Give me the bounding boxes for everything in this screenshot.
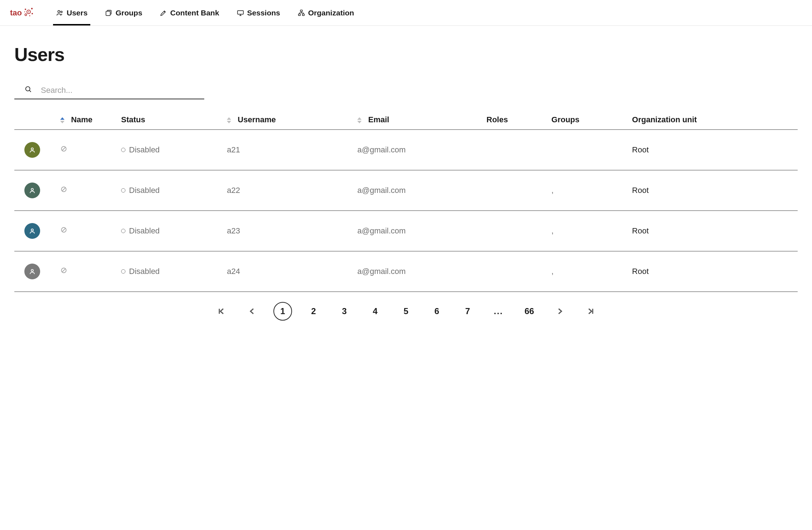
page-number-7[interactable]: 7 xyxy=(458,302,477,321)
monitor-icon xyxy=(237,9,244,17)
cell-email: a@gmail.com xyxy=(354,170,483,211)
cell-groups: , xyxy=(549,170,629,211)
groups-icon xyxy=(105,9,113,17)
avatar xyxy=(24,142,40,158)
status-label: Disabled xyxy=(129,186,160,195)
sort-icon xyxy=(227,117,231,123)
status-indicator-icon xyxy=(121,148,125,152)
svg-point-8 xyxy=(58,10,60,13)
cell-org: Root xyxy=(629,130,798,170)
cell-username: a21 xyxy=(224,130,354,170)
disabled-icon xyxy=(60,226,67,233)
disabled-icon xyxy=(60,186,67,193)
table-header-row: Name Status Username Email Roles xyxy=(14,109,798,130)
nav-groups[interactable]: Groups xyxy=(102,0,145,25)
svg-point-15 xyxy=(26,87,30,91)
nav-sessions[interactable]: Sessions xyxy=(234,0,283,25)
status-cell: Disabled xyxy=(121,145,221,155)
page-number-3[interactable]: 3 xyxy=(335,302,354,321)
nav-label: Organization xyxy=(308,9,354,17)
pagination: 1234567 ... 66 xyxy=(0,292,812,327)
page-last-number[interactable]: 66 xyxy=(520,302,539,321)
col-org: Organization unit xyxy=(629,109,798,130)
nav-content-bank[interactable]: Content Bank xyxy=(157,0,222,25)
app-logo: tao xyxy=(10,6,46,20)
table-row[interactable]: Disableda21a@gmail.comRoot xyxy=(14,130,798,170)
users-icon xyxy=(56,9,64,17)
col-label: Email xyxy=(368,115,389,124)
page-number-2[interactable]: 2 xyxy=(304,302,323,321)
page-number-1[interactable]: 1 xyxy=(273,302,292,321)
svg-point-6 xyxy=(29,15,30,16)
top-nav: tao Users Groups xyxy=(0,0,812,26)
page-next-button[interactable] xyxy=(551,302,569,321)
cell-org: Root xyxy=(629,211,798,251)
col-groups: Groups xyxy=(549,109,629,130)
search-input[interactable] xyxy=(41,86,203,95)
svg-rect-14 xyxy=(302,14,305,15)
svg-point-1 xyxy=(28,11,29,12)
pencil-icon xyxy=(159,9,167,17)
page-ellipsis: ... xyxy=(489,302,508,321)
table-row[interactable]: Disableda22a@gmail.com,Root xyxy=(14,170,798,211)
svg-point-18 xyxy=(31,188,33,190)
page-number-6[interactable]: 6 xyxy=(428,302,446,321)
avatar xyxy=(24,264,40,279)
page-prev-button[interactable] xyxy=(243,302,261,321)
nav-organization[interactable]: Organization xyxy=(295,0,357,25)
col-email[interactable]: Email xyxy=(354,109,483,130)
svg-point-16 xyxy=(31,148,33,150)
org-tree-icon xyxy=(297,9,305,17)
svg-point-2 xyxy=(25,9,26,10)
disabled-icon xyxy=(60,145,67,152)
page-title: Users xyxy=(14,44,798,65)
page-number-5[interactable]: 5 xyxy=(397,302,415,321)
cell-roles xyxy=(484,211,549,251)
page-last-button[interactable] xyxy=(582,302,600,321)
status-cell: Disabled xyxy=(121,267,221,276)
cell-username: a22 xyxy=(224,170,354,211)
table-row[interactable]: Disableda23a@gmail.com,Root xyxy=(14,211,798,251)
col-roles: Roles xyxy=(484,109,549,130)
table-row[interactable]: Disableda24a@gmail.com,Root xyxy=(14,251,798,292)
col-label: Organization unit xyxy=(632,115,697,124)
svg-rect-13 xyxy=(298,14,301,15)
status-indicator-icon xyxy=(121,269,125,274)
nav-tabs: Users Groups Content Bank Sessions Organ… xyxy=(53,0,357,25)
svg-point-22 xyxy=(31,269,33,271)
svg-point-20 xyxy=(31,229,33,231)
cell-email: a@gmail.com xyxy=(354,130,483,170)
svg-rect-12 xyxy=(300,10,302,11)
status-label: Disabled xyxy=(129,267,160,276)
search-icon xyxy=(24,85,32,95)
app-logo-text: tao xyxy=(10,8,22,18)
disabled-icon xyxy=(60,267,67,274)
svg-point-4 xyxy=(32,13,33,14)
svg-point-3 xyxy=(31,8,33,9)
avatar xyxy=(24,183,40,198)
col-name[interactable]: Name xyxy=(57,109,118,130)
col-label: Status xyxy=(121,115,145,124)
status-indicator-icon xyxy=(121,229,125,233)
sort-icon xyxy=(60,117,65,123)
status-label: Disabled xyxy=(129,145,160,155)
cell-email: a@gmail.com xyxy=(354,251,483,292)
cell-org: Root xyxy=(629,251,798,292)
status-cell: Disabled xyxy=(121,186,221,195)
cell-roles xyxy=(484,170,549,211)
nav-users[interactable]: Users xyxy=(53,0,90,25)
page-number-4[interactable]: 4 xyxy=(366,302,384,321)
svg-point-5 xyxy=(25,14,27,15)
nav-label: Groups xyxy=(115,9,142,17)
col-username[interactable]: Username xyxy=(224,109,354,130)
search-field[interactable] xyxy=(14,83,204,99)
nav-label: Content Bank xyxy=(170,9,219,17)
svg-point-7 xyxy=(24,11,25,12)
col-label: Username xyxy=(238,115,276,124)
nav-label: Sessions xyxy=(247,9,280,17)
status-label: Disabled xyxy=(129,226,160,236)
nav-label: Users xyxy=(67,9,87,17)
col-status: Status xyxy=(118,109,224,130)
page-first-button[interactable] xyxy=(212,302,230,321)
cell-groups xyxy=(549,130,629,170)
